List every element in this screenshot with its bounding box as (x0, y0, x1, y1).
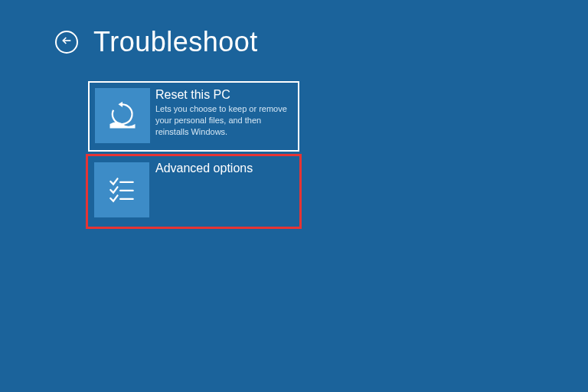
reset-this-pc-tile[interactable]: Reset this PC Lets you choose to keep or… (88, 81, 299, 152)
tiles-container: Reset this PC Lets you choose to keep or… (0, 58, 588, 227)
advanced-options-text: Advanced options (155, 156, 299, 227)
reset-pc-description: Lets you choose to keep or remove your p… (155, 103, 292, 138)
back-arrow-icon (60, 34, 73, 50)
advanced-options-icon (94, 162, 149, 217)
advanced-options-tile[interactable]: Advanced options (88, 156, 299, 227)
svg-marker-1 (119, 102, 123, 107)
back-button[interactable] (55, 31, 78, 54)
reset-pc-title: Reset this PC (155, 88, 292, 102)
page-title: Troubleshoot (93, 26, 258, 58)
reset-pc-text: Reset this PC Lets you choose to keep or… (155, 83, 298, 150)
header: Troubleshoot (0, 0, 588, 58)
reset-pc-icon (95, 88, 150, 143)
advanced-options-title: Advanced options (155, 162, 293, 175)
